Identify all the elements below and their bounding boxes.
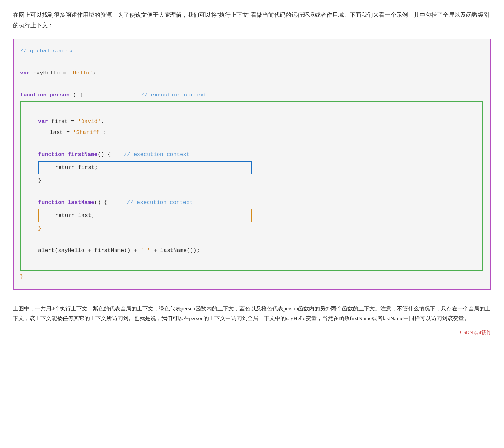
green-box-person: var first = 'David', last = 'Shariff'; f… (20, 101, 483, 271)
function-keyword-firstname: function (38, 149, 68, 160)
last-value: 'Shariff' (73, 127, 103, 138)
global-comment: // global context (20, 46, 76, 57)
code-outer-box: // global context var sayHello = 'Hello'… (13, 39, 491, 290)
first-value: 'David' (78, 116, 101, 127)
code-line-alert: alert(sayHello + firstName() + ' ' + las… (25, 245, 477, 256)
csdn-footer: CSDN @it筱竹 (13, 330, 491, 336)
code-line-global-comment: // global context (20, 46, 483, 57)
space-str: ' ' (140, 245, 150, 256)
code-line-blank2 (20, 79, 483, 90)
person-fn-name: person (50, 90, 70, 101)
code-line-close-firstname: } (25, 175, 477, 186)
code-line-first-var: var first = 'David', (25, 116, 477, 127)
code-line-blank3 (25, 105, 477, 116)
person-comment: // execution context (141, 90, 207, 101)
return-last: return (55, 210, 78, 221)
code-line-blank7 (25, 256, 477, 267)
code-line-blank4 (25, 138, 477, 149)
lastname-fn-name: lastName (68, 197, 94, 208)
var-keyword-1: var (20, 68, 33, 79)
code-line-blank1 (20, 57, 483, 68)
code-line-blank5 (25, 186, 477, 197)
orange-box-wrapper: return last; (38, 208, 477, 223)
function-keyword-lastname: function (38, 197, 68, 208)
code-line-firstname-fn: function firstName() { // execution cont… (25, 149, 477, 160)
blue-box-wrapper: return first; (38, 160, 477, 175)
bottom-text: 上图中，一共用4个执行上下文。紫色的代表全局的上下文；绿色代表person函数内… (13, 304, 491, 324)
sayhello-var: sayHello = (33, 68, 70, 79)
first-name: first = (51, 116, 78, 127)
code-line-return-last: return last; (42, 210, 248, 221)
code-line-sayhello: var sayHello = 'Hello'; (20, 68, 483, 79)
code-line-lastname-fn: function lastName() { // execution conte… (25, 197, 477, 208)
blue-box-firstname: return first; (38, 161, 252, 174)
var-keyword-2: var (38, 116, 51, 127)
intro-text: 在网上可以找到很多阐述作用域的资源，为了使该文便于大家理解，我们可以将"执行上下… (13, 10, 491, 31)
code-line-return-first: return first; (42, 162, 248, 173)
code-block: // global context var sayHello = 'Hello'… (20, 46, 483, 283)
code-line-last-var: last = 'Shariff'; (25, 127, 477, 138)
first-ref: first; (78, 162, 98, 173)
sayhello-value: 'Hello' (70, 68, 93, 79)
code-line-close-person: } (20, 272, 483, 283)
last-ref: last; (78, 210, 94, 221)
alert-call: alert(sayHello + firstName() + (38, 245, 140, 256)
return-first: return (55, 162, 78, 173)
firstname-comment: // execution context (124, 149, 190, 160)
last-name: last = (50, 127, 73, 138)
code-line-person-fn: function person() { // execution context (20, 90, 483, 101)
lastname-comment: // execution context (127, 197, 193, 208)
orange-box-lastname: return last; (38, 209, 252, 222)
code-line-blank6 (25, 234, 477, 245)
function-keyword-person: function (20, 90, 50, 101)
code-line-close-lastname: } (25, 223, 477, 234)
firstname-fn-name: firstName (68, 149, 98, 160)
